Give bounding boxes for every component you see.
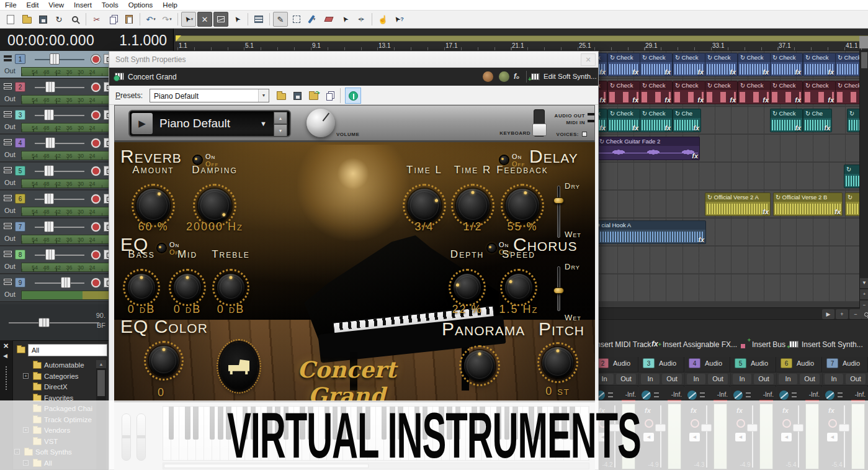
clip-fx-badge[interactable]: fx xyxy=(828,68,834,76)
fx-chain-icon[interactable]: fo xyxy=(514,72,519,81)
audio-clip[interactable]: ↻ Checkfx xyxy=(673,53,705,76)
track-grip-icon[interactable] xyxy=(4,139,12,147)
track-grip-icon[interactable] xyxy=(4,223,12,231)
timeline-vertical-scrollbar[interactable]: ▼+− xyxy=(859,51,868,307)
clip-fx-badge[interactable]: fx xyxy=(828,96,834,104)
plugin-skin-icon[interactable] xyxy=(499,71,509,82)
track-fader-thumb[interactable] xyxy=(44,109,54,120)
record-arm-button[interactable] xyxy=(91,166,101,176)
marquee-tool-icon[interactable] xyxy=(289,12,304,27)
clip-fx-badge[interactable]: fx xyxy=(664,68,671,76)
draw-tool-icon[interactable]: ➤▾ xyxy=(181,12,196,27)
lcd-dropdown-icon[interactable]: ▼ xyxy=(260,120,267,127)
insert-button-fx[interactable]: Insert Assignable FX... xyxy=(663,340,737,349)
audio-clip[interactable]: ↻ Checkfx xyxy=(738,53,771,76)
track-number-badge[interactable]: 6 xyxy=(15,194,25,204)
menu-item-help[interactable]: Help xyxy=(158,1,182,9)
tree-item-automatable[interactable]: Automatable xyxy=(44,361,84,369)
record-arm-button[interactable] xyxy=(91,111,101,120)
envelope-tool-icon[interactable] xyxy=(213,12,228,27)
insert-bus-icon[interactable] xyxy=(741,341,749,348)
zoom-in-icon[interactable]: + xyxy=(836,309,848,319)
chorus-knobs-1-knob[interactable] xyxy=(505,274,532,301)
track-fader-thumb[interactable] xyxy=(45,249,55,260)
track-grip-icon[interactable] xyxy=(4,251,12,259)
clip-fx-badge[interactable]: fx xyxy=(632,96,638,104)
eq_color-knob[interactable] xyxy=(149,346,179,376)
track-fader-track[interactable] xyxy=(35,255,84,256)
loop-region-bar[interactable] xyxy=(176,35,868,42)
audio-clip[interactable]: ↻ Checkfx xyxy=(705,81,738,104)
browser-path-box[interactable]: All xyxy=(28,344,107,356)
audio-clip[interactable]: ↻ Checkfx xyxy=(673,81,705,104)
delay-drywet-handle[interactable] xyxy=(553,197,564,204)
track-number-badge[interactable]: 3 xyxy=(15,110,25,120)
track-number-badge[interactable]: 7 xyxy=(15,222,25,232)
browser-scroll-thumb[interactable] xyxy=(97,370,105,396)
clip-fx-badge[interactable]: fx xyxy=(693,124,699,132)
track-fader-thumb[interactable] xyxy=(44,221,54,232)
track-number-badge[interactable]: 8 xyxy=(15,250,25,260)
preset-down-icon[interactable]: ▼ xyxy=(274,124,287,137)
preview-icon[interactable] xyxy=(68,12,83,27)
chorus-knobs-0-knob[interactable] xyxy=(454,274,481,301)
track-fader-thumb[interactable] xyxy=(44,193,54,204)
audio-clip[interactable]: ↻ Checkfx xyxy=(803,81,836,104)
track-fader-thumb[interactable] xyxy=(50,53,60,65)
delay-onoff-toggle[interactable] xyxy=(500,156,508,164)
audio-clip[interactable]: ↻ Checkfx xyxy=(607,53,640,76)
open-icon[interactable] xyxy=(19,12,34,27)
eq-knobs-1-knob[interactable] xyxy=(174,274,201,301)
delay-knobs-2-knob[interactable] xyxy=(506,189,539,222)
plugin-active-toggle[interactable] xyxy=(345,88,361,104)
clip-fx-badge[interactable]: fx xyxy=(697,96,704,104)
audio-clip[interactable]: ↻ Checkfx xyxy=(705,53,738,76)
clip-fx-badge[interactable]: fx xyxy=(664,124,671,132)
eq-knobs-0-knob[interactable] xyxy=(128,274,155,301)
master-fader-thumb[interactable] xyxy=(38,318,50,327)
channel-number-badge[interactable]: 5 xyxy=(735,358,746,368)
insert-button-midi-track[interactable]: Insert MIDI Track xyxy=(594,340,651,349)
record-arm-button[interactable] xyxy=(91,194,101,204)
track-grip-icon[interactable] xyxy=(4,111,12,119)
channel-out-button[interactable]: Out xyxy=(846,374,866,384)
undo-icon[interactable]: ↶▾ xyxy=(143,12,158,27)
menu-item-edit[interactable]: Edit xyxy=(22,1,44,9)
insert-button-bus[interactable]: Insert Bus xyxy=(752,340,785,349)
delay-knobs-0-knob[interactable] xyxy=(408,189,441,222)
new-file-icon[interactable] xyxy=(3,12,18,27)
close-icon[interactable]: ✕ xyxy=(3,342,9,350)
scroll-up-icon[interactable]: ▲ xyxy=(96,360,106,368)
menu-item-options[interactable]: Options xyxy=(123,1,158,9)
reload-icon[interactable]: ↻ xyxy=(51,12,66,27)
trim-tool-icon[interactable]: ◂|▸ xyxy=(354,12,369,27)
audio-clip[interactable]: ↻ Checkfx xyxy=(640,53,673,76)
channel-out-button[interactable]: Out xyxy=(754,374,774,384)
audio-clip[interactable]: ↻ Chefx xyxy=(673,109,701,132)
channel-out-button[interactable]: Out xyxy=(616,374,636,384)
track-fader-track[interactable] xyxy=(35,143,84,144)
channel-out-button[interactable]: Out xyxy=(662,374,682,384)
dialog-titlebar[interactable]: Soft Synth Properties ✕ xyxy=(109,52,598,68)
clip-fx-badge[interactable]: fx xyxy=(795,96,801,104)
clip-fx-badge[interactable]: fx xyxy=(692,152,698,160)
track-number-badge[interactable]: 1 xyxy=(15,54,25,64)
record-arm-button[interactable] xyxy=(91,278,101,287)
channel-number-badge[interactable]: 7 xyxy=(826,358,838,368)
channel-in-button[interactable]: In xyxy=(641,374,660,384)
preset-manager-icon[interactable] xyxy=(483,71,493,82)
preset-lcd-display[interactable]: ▶ Piano Default ▼ ▲ ▼ xyxy=(128,110,291,137)
track-fader-track[interactable] xyxy=(35,171,84,172)
paste-icon[interactable] xyxy=(122,12,136,27)
ruler-corner-button[interactable] xyxy=(859,36,868,48)
channel-in-button[interactable]: In xyxy=(779,374,797,384)
reverb-knobs-0-knob[interactable] xyxy=(136,189,170,222)
phones-icon[interactable] xyxy=(733,391,743,400)
reverb-knobs-1-knob[interactable] xyxy=(198,189,231,222)
panorama-knob[interactable] xyxy=(464,350,495,381)
track-list-icon[interactable] xyxy=(251,12,266,27)
clip-fx-badge[interactable]: fx xyxy=(599,96,606,104)
audio-clip[interactable]: ↻ Official Verse 2 Bfx xyxy=(773,192,843,216)
erase-tool-icon[interactable] xyxy=(321,12,336,27)
record-arm-button[interactable] xyxy=(91,222,101,232)
